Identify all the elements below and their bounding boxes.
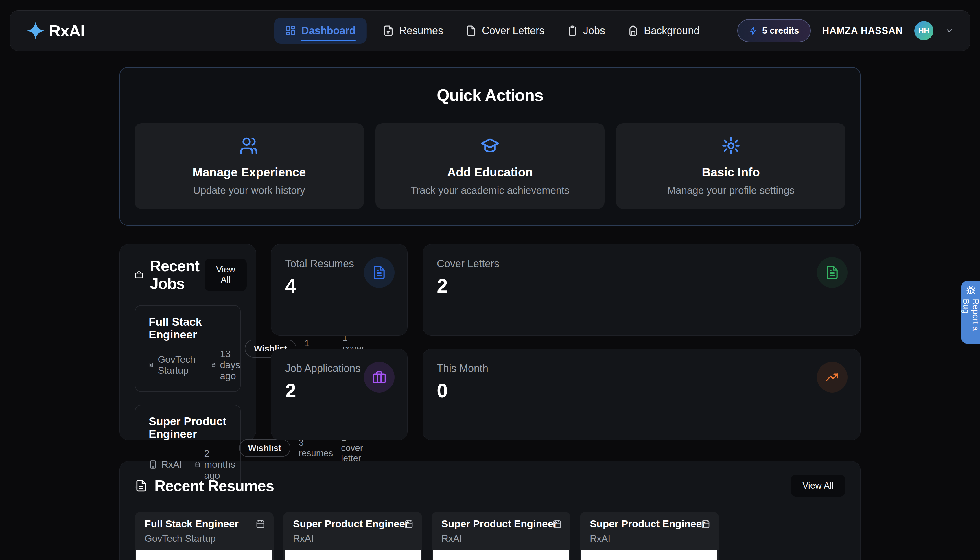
job-card-1[interactable]: Full Stack Engineer GovTech Startup <box>135 305 241 392</box>
job-posted-text: 13 days ago <box>220 348 245 382</box>
job-meta: GovTech Startup 13 days ago <box>149 348 245 382</box>
job-posted: 2 months ago <box>195 448 239 481</box>
briefcase-icon <box>135 268 143 282</box>
recent-jobs-title-text: Recent Jobs <box>150 257 204 292</box>
resume-preview: Hamza Hassan Super Product Engineer ✉has… <box>285 550 421 560</box>
report-a-bug-tab[interactable]: Report a Bug <box>962 281 980 343</box>
trending-up-icon <box>825 370 839 384</box>
chevron-down-icon[interactable] <box>945 26 954 35</box>
app-logo[interactable]: RxAI <box>26 22 85 40</box>
resume-preview: Hamza Hassan Super Product Engineer ✉has… <box>582 550 717 560</box>
resume-preview: Hamza Hassan Super Product Engineer ✉has… <box>433 550 569 560</box>
resume-card-3[interactable]: Super Product Engineer RxAI Hamza Hassan… <box>432 512 570 560</box>
resume-card-header: Super Product Engineer RxAI <box>580 512 719 550</box>
calendar-icon[interactable] <box>256 519 265 530</box>
recent-jobs-title: Recent Jobs <box>135 257 205 292</box>
resume-card-header: Full Stack Engineer GovTech Startup <box>135 512 273 550</box>
calendar-icon <box>195 460 200 469</box>
resume-card-company: RxAI <box>293 533 412 544</box>
quick-action-title: Manage Experience <box>192 165 306 179</box>
quick-action-title: Basic Info <box>702 165 760 179</box>
quick-action-add-education[interactable]: Add Education Track your academic achiev… <box>375 123 605 209</box>
stat-icon-bubble <box>817 257 848 288</box>
calendar-icon[interactable] <box>701 519 710 530</box>
resume-card-company: RxAI <box>442 533 561 544</box>
quick-action-subtitle: Track your academic achievements <box>410 185 569 196</box>
avatar[interactable]: HH <box>914 21 933 40</box>
recent-resumes-title-text: Recent Resumes <box>155 477 274 495</box>
file-text-icon <box>135 479 148 492</box>
resume-card-company: RxAI <box>590 533 709 544</box>
nav-item-cover-letters[interactable]: Cover Letters <box>459 18 551 44</box>
lightning-icon <box>749 26 758 35</box>
report-a-bug-label: Report a Bug <box>961 299 980 343</box>
preview-name: Hamza Hassan <box>136 550 272 560</box>
file-text-icon <box>372 265 387 280</box>
nav-label-resumes: Resumes <box>399 25 443 37</box>
calendar-icon <box>212 361 216 369</box>
nav-label-dashboard: Dashboard <box>302 25 356 42</box>
nav-item-jobs[interactable]: Jobs <box>561 18 612 44</box>
stat-card-total-resumes[interactable]: Total Resumes 4 <box>271 244 408 335</box>
stat-value: 2 <box>437 275 847 297</box>
resume-card-title: Full Stack Engineer <box>145 518 264 530</box>
resume-card-1[interactable]: Full Stack Engineer GovTech Startup Hamz… <box>135 512 273 560</box>
job-meta: RxAI 2 months ago <box>149 448 239 481</box>
job-posted: 13 days ago <box>212 348 245 382</box>
nav-item-dashboard[interactable]: Dashboard <box>274 18 367 44</box>
stat-label: Cover Letters <box>437 258 847 270</box>
nav-item-resumes[interactable]: Resumes <box>377 18 450 44</box>
resume-card-company: GovTech Startup <box>145 533 264 544</box>
jobs-view-all-button[interactable]: View All <box>205 258 247 291</box>
stats-and-jobs-row: Total Resumes 4 Cover Letters 2 <box>120 244 860 440</box>
job-resume-count: 3 resumes <box>298 438 333 458</box>
backpack-icon <box>628 25 639 36</box>
quick-action-manage-experience[interactable]: Manage Experience Update your work histo… <box>135 123 364 209</box>
nav-label-jobs: Jobs <box>583 25 605 37</box>
resumes-view-all-button[interactable]: View All <box>791 475 845 497</box>
resume-card-title: Super Product Engineer <box>442 518 561 530</box>
recent-jobs-panel: Recent Jobs View All Full Stack Engineer… <box>120 244 256 440</box>
nav-label-background: Background <box>644 25 699 37</box>
job-title: Full Stack Engineer <box>149 316 245 341</box>
job-posted-text: 2 months ago <box>204 448 239 481</box>
resume-card-header: Super Product Engineer RxAI <box>283 512 422 550</box>
nav-item-background[interactable]: Background <box>621 18 706 44</box>
job-info: Super Product Engineer RxAI <box>149 415 239 481</box>
job-company: GovTech Startup <box>149 354 199 376</box>
nav-label-cover-letters: Cover Letters <box>482 25 544 37</box>
stat-icon-bubble <box>364 257 395 288</box>
calendar-icon[interactable] <box>404 519 413 530</box>
resume-cards-row: Full Stack Engineer GovTech Startup Hamz… <box>135 512 845 560</box>
file-text-icon <box>825 265 839 280</box>
quick-action-basic-info[interactable]: Basic Info Manage your profile settings <box>616 123 845 209</box>
credits-badge[interactable]: 5 credits <box>737 19 811 42</box>
credits-label: 5 credits <box>762 25 799 36</box>
resume-card-4[interactable]: Super Product Engineer RxAI Hamza Hassan… <box>580 512 719 560</box>
quick-actions-title: Quick Actions <box>135 86 845 105</box>
users-icon <box>239 136 259 156</box>
stat-card-job-applications[interactable]: Job Applications 2 <box>271 349 408 440</box>
stat-card-cover-letters[interactable]: Cover Letters 2 <box>423 244 860 335</box>
bug-icon <box>965 286 976 295</box>
building-icon <box>149 361 153 369</box>
quick-actions-panel: Quick Actions Manage Experience Update y… <box>120 67 860 226</box>
job-info: Full Stack Engineer GovTech Startup <box>149 316 245 382</box>
main-nav: Dashboard Resumes Cover Letters Jobs <box>274 18 706 44</box>
resume-card-title: Super Product Engineer <box>590 518 709 530</box>
preview-name: Hamza Hassan <box>285 550 421 560</box>
recent-resumes-header: Recent Resumes View All <box>135 475 845 497</box>
stat-label: This Month <box>437 362 847 375</box>
quick-action-title: Add Education <box>447 165 533 179</box>
avatar-initials: HH <box>918 26 929 35</box>
logo-sparkle-icon <box>26 22 45 40</box>
job-company-text: GovTech Startup <box>158 354 199 376</box>
file-text-icon <box>383 25 394 36</box>
resume-card-2[interactable]: Super Product Engineer RxAI Hamza Hassan… <box>283 512 422 560</box>
stat-card-this-month[interactable]: This Month 0 <box>423 349 860 440</box>
calendar-icon[interactable] <box>552 519 562 530</box>
dashboard-grid-icon <box>285 25 296 36</box>
preview-name: Hamza Hassan <box>582 550 717 560</box>
divider <box>135 505 241 505</box>
stat-icon-bubble <box>364 362 395 393</box>
